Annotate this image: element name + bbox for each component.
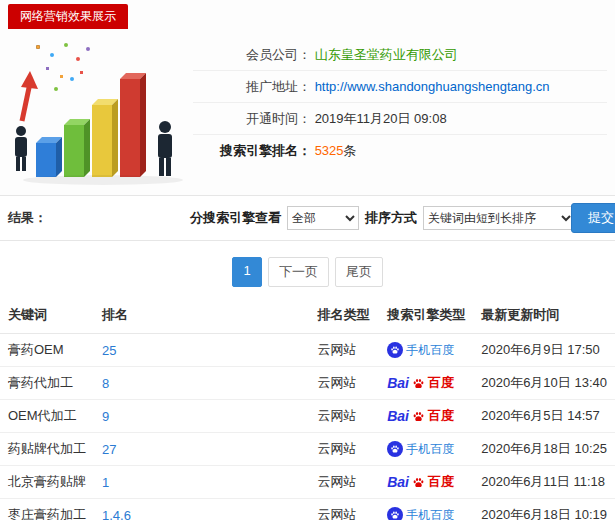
rank-type-cell: 云网站 xyxy=(310,400,380,433)
engine-filter-select[interactable]: 全部 xyxy=(287,206,359,230)
rank-cell: 1,4,6 xyxy=(94,499,310,520)
rank-link[interactable]: 8 xyxy=(102,376,109,391)
submit-button[interactable]: 提交 xyxy=(571,203,615,233)
engine-cell: Bai百度 手机百度 xyxy=(379,334,473,367)
rank-link[interactable]: 27 xyxy=(102,442,116,457)
info-row-rank-count: 搜索引擎排名： 5325条 xyxy=(193,135,607,167)
header-rank-type: 排名类型 xyxy=(310,297,380,334)
paw-icon xyxy=(412,377,425,390)
updated-cell: 2020年6月9日 17:50 xyxy=(473,334,615,367)
company-label: 会员公司： xyxy=(193,39,311,71)
page-1-button[interactable]: 1 xyxy=(232,257,262,287)
mobile-baidu-icon: 手机百度 xyxy=(387,507,454,520)
engine-cell: Bai百度 手机百度 xyxy=(379,367,473,400)
rank-cell: 25 xyxy=(94,334,310,367)
page-title: 网络营销效果展示 xyxy=(8,4,128,29)
marketing-illustration-image xyxy=(8,35,193,187)
businessman-left xyxy=(15,126,27,171)
url-label: 推广地址： xyxy=(193,71,311,103)
baidu-logo-icon: Bai百度 xyxy=(387,407,454,425)
keyword-cell: 枣庄膏药加工 xyxy=(0,499,94,520)
updated-cell: 2020年6月18日 10:25 xyxy=(473,433,615,466)
table-row: 北京膏药贴牌 1 云网站 Bai百度 手机百度 2020年6月11日 11:18 xyxy=(0,466,615,499)
baidu-logo-icon: Bai百度 xyxy=(387,473,454,491)
updated-cell: 2020年6月18日 10:19 xyxy=(473,499,615,520)
info-row-company: 会员公司： 山东皇圣堂药业有限公司 xyxy=(193,39,607,71)
rank-link[interactable]: 9 xyxy=(102,409,109,424)
rank-type-cell: 云网站 xyxy=(310,499,380,520)
pagination: 1 下一页 尾页 xyxy=(0,257,615,287)
rank-cell: 1 xyxy=(94,466,310,499)
header-rank: 排名 xyxy=(94,297,310,334)
table-row: OEM代加工 9 云网站 Bai百度 手机百度 2020年6月5日 14:57 xyxy=(0,400,615,433)
table-header-row: 关键词 排名 排名类型 搜索引擎类型 最新更新时间 xyxy=(0,297,615,334)
filter-bar: 结果： 分搜索引擎查看 全部 排序方式 关键词由短到长排序 文章类型 全部 提交 xyxy=(0,196,615,241)
keyword-ranking-table: 关键词 排名 排名类型 搜索引擎类型 最新更新时间 膏药OEM 25 云网站 B… xyxy=(0,297,615,520)
rank-cell: 9 xyxy=(94,400,310,433)
summary-panel: 网络营销效果展示 xyxy=(0,0,615,196)
open-time-label: 开通时间： xyxy=(193,103,311,135)
businessman-right xyxy=(158,121,172,176)
sort-label: 排序方式 xyxy=(365,209,417,227)
updated-cell: 2020年6月10日 13:40 xyxy=(473,367,615,400)
table-row: 膏药OEM 25 云网站 Bai百度 手机百度 2020年6月9日 17:50 xyxy=(0,334,615,367)
company-name-link[interactable]: 山东皇圣堂药业有限公司 xyxy=(315,47,458,62)
rank-link[interactable]: 1,4,6 xyxy=(102,508,131,520)
promotion-url-link[interactable]: http://www.shandonghuangshengtang.cn xyxy=(315,79,550,94)
keyword-cell: 北京膏药贴牌 xyxy=(0,466,94,499)
info-row-open-time: 开通时间： 2019年11月20日 09:08 xyxy=(193,103,607,135)
table-row: 药贴牌代加工 27 云网站 Bai百度 手机百度 2020年6月18日 10:2… xyxy=(0,433,615,466)
company-info: 会员公司： 山东皇圣堂药业有限公司 推广地址： http://www.shand… xyxy=(193,35,607,187)
rank-link[interactable]: 25 xyxy=(102,343,116,358)
sort-select[interactable]: 关键词由短到长排序 xyxy=(423,206,575,230)
engine-cell: Bai百度 手机百度 xyxy=(379,466,473,499)
rank-type-cell: 云网站 xyxy=(310,433,380,466)
mobile-baidu-icon: 手机百度 xyxy=(387,441,454,458)
updated-cell: 2020年6月11日 11:18 xyxy=(473,466,615,499)
baidu-paw-badge-icon xyxy=(387,507,403,520)
info-row-url: 推广地址： http://www.shandonghuangshengtang.… xyxy=(193,71,607,103)
paw-icon xyxy=(412,476,425,489)
last-page-button[interactable]: 尾页 xyxy=(335,257,383,287)
header-engine-type: 搜索引擎类型 xyxy=(379,297,473,334)
paw-icon xyxy=(412,410,425,423)
rank-type-cell: 云网站 xyxy=(310,367,380,400)
keyword-cell: OEM代加工 xyxy=(0,400,94,433)
engine-cell: Bai百度 手机百度 xyxy=(379,400,473,433)
bar-chart-illustration xyxy=(8,35,193,187)
next-page-button[interactable]: 下一页 xyxy=(268,257,329,287)
table-row: 膏药代加工 8 云网站 Bai百度 手机百度 2020年6月10日 13:40 xyxy=(0,367,615,400)
baidu-paw-badge-icon xyxy=(387,441,403,457)
rank-count-value: 5325 xyxy=(315,143,344,158)
rank-cell: 27 xyxy=(94,433,310,466)
updated-cell: 2020年6月5日 14:57 xyxy=(473,400,615,433)
rank-link[interactable]: 1 xyxy=(102,475,109,490)
header-keyword: 关键词 xyxy=(0,297,94,334)
table-row: 枣庄膏药加工 1,4,6 云网站 Bai百度 手机百度 2020年6月18日 1… xyxy=(0,499,615,520)
result-label: 结果： xyxy=(8,209,190,227)
keyword-cell: 膏药OEM xyxy=(0,334,94,367)
rank-cell: 8 xyxy=(94,367,310,400)
keyword-cell: 药贴牌代加工 xyxy=(0,433,94,466)
rank-count-label: 搜索引擎排名： xyxy=(193,135,311,167)
paw-icon xyxy=(390,345,400,355)
paw-icon xyxy=(390,444,400,454)
keyword-cell: 膏药代加工 xyxy=(0,367,94,400)
mobile-baidu-icon: 手机百度 xyxy=(387,342,454,359)
rank-type-cell: 云网站 xyxy=(310,466,380,499)
rank-count-suffix: 条 xyxy=(344,143,357,158)
baidu-logo-icon: Bai百度 xyxy=(387,374,454,392)
header-updated: 最新更新时间 xyxy=(473,297,615,334)
open-time-value: 2019年11月20日 09:08 xyxy=(315,111,447,126)
baidu-paw-badge-icon xyxy=(387,342,403,358)
rank-type-cell: 云网站 xyxy=(310,334,380,367)
up-arrow-icon xyxy=(21,71,38,121)
engine-cell: Bai百度 手机百度 xyxy=(379,499,473,520)
engine-cell: Bai百度 手机百度 xyxy=(379,433,473,466)
paw-icon xyxy=(390,510,400,520)
engine-filter-label: 分搜索引擎查看 xyxy=(190,209,281,227)
